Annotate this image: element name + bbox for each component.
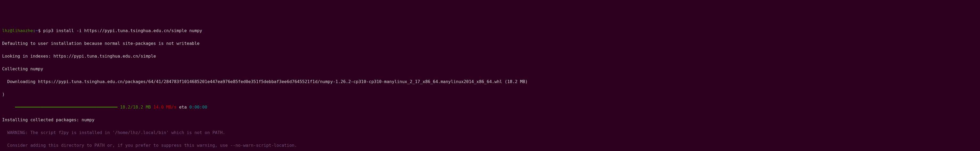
progress-indent — [2, 105, 15, 110]
command-text[interactable]: pip3 install -i https://pypi.tuna.tsingh… — [43, 28, 202, 33]
output-defaulting: Defaulting to user installation because … — [0, 40, 980, 47]
progress-eta: 0:00:00 — [189, 105, 207, 110]
progress-line: ━━━━━━━━━━━━━━━━━━━━━━━━━━━━━━━━━━━━━━━━… — [0, 104, 980, 110]
prompt-dollar: $ — [38, 28, 43, 33]
prompt-at: @ — [10, 28, 13, 33]
prompt-host: lihaozhe — [13, 28, 33, 33]
prompt-user: lhz — [2, 28, 10, 33]
progress-bar-filled: ━━━━━━━━━━━━━━━━━━━━━━━━━━━━━━━━━━━━━━━━ — [15, 105, 118, 110]
output-collecting: Collecting numpy — [0, 66, 980, 72]
output-installing: Installing collected packages: numpy — [0, 117, 980, 123]
prompt-line: lhz@lihaozhe:~$ pip3 install -i https://… — [0, 28, 980, 34]
prompt-path: ~ — [35, 28, 38, 33]
progress-eta-label: eta — [177, 105, 189, 110]
output-looking: Looking in indexes: https://pypi.tuna.ts… — [0, 53, 980, 60]
output-warning-1: WARNING: The script f2py is installed in… — [0, 129, 980, 136]
progress-size: 18.2/18.2 MB — [118, 105, 151, 110]
output-closing-paren: ) — [0, 91, 980, 98]
prompt-sep: : — [33, 28, 36, 33]
output-warning-2: Consider adding this directory to PATH o… — [0, 142, 980, 149]
output-downloading: Downloading https://pypi.tuna.tsinghua.e… — [0, 79, 980, 85]
progress-speed: 14.0 MB/s — [151, 105, 177, 110]
